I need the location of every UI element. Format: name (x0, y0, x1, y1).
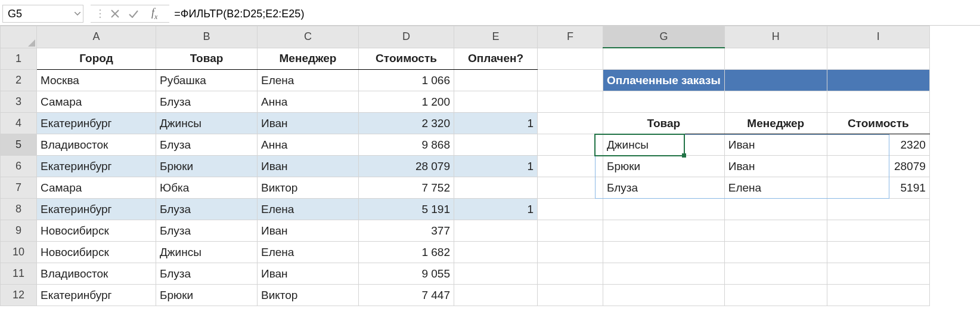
fx-icon[interactable]: fx (148, 7, 161, 21)
cell-D6[interactable]: 28 079 (359, 156, 454, 177)
cell-A2[interactable]: Москва (37, 70, 156, 91)
cell-H5[interactable]: Иван (724, 134, 827, 156)
select-all-corner[interactable] (1, 26, 37, 48)
col-header-B[interactable]: B (156, 26, 258, 48)
cell-C11[interactable]: Иван (258, 263, 359, 285)
cell-D8[interactable]: 5 191 (359, 199, 454, 220)
cell-G8[interactable] (603, 199, 725, 220)
cell-D4[interactable]: 2 320 (359, 113, 454, 134)
cell-G10[interactable] (603, 242, 725, 263)
cell-D12[interactable]: 7 447 (359, 285, 454, 306)
cell-C6[interactable]: Иван (258, 156, 359, 177)
cell-C8[interactable]: Елена (258, 199, 359, 220)
name-box-dropdown-icon[interactable] (75, 12, 83, 16)
formula-input[interactable] (169, 2, 980, 25)
cell-C10[interactable]: Елена (258, 242, 359, 263)
cell-C5[interactable]: Анна (258, 134, 359, 156)
cell-A10[interactable]: Новосибирск (37, 242, 156, 263)
cell-A8[interactable]: Екатеринбург (37, 199, 156, 220)
cell-C12[interactable]: Виктор (258, 285, 359, 306)
cell-E10[interactable] (454, 242, 538, 263)
cell-A1[interactable]: Город (37, 48, 156, 70)
col-header-H[interactable]: H (724, 26, 827, 48)
row-header-7[interactable]: 7 (1, 177, 37, 199)
cell-B1[interactable]: Товар (156, 48, 258, 70)
cell-H12[interactable] (724, 285, 827, 306)
cell-F2[interactable] (538, 70, 603, 91)
row-header-8[interactable]: 8 (1, 199, 37, 220)
cell-B4[interactable]: Джинсы (156, 113, 258, 134)
cell-E9[interactable] (454, 220, 538, 242)
cell-E1[interactable]: Оплачен? (454, 48, 538, 70)
col-header-A[interactable]: A (37, 26, 156, 48)
cell-B6[interactable]: Брюки (156, 156, 258, 177)
col-header-I[interactable]: I (827, 26, 929, 48)
name-box-input[interactable] (3, 8, 75, 20)
cell-H4[interactable]: Менеджер (724, 113, 827, 134)
cell-F3[interactable] (538, 91, 603, 113)
cell-F9[interactable] (538, 220, 603, 242)
cell-H3[interactable] (724, 91, 827, 113)
row-header-5[interactable]: 5 (1, 134, 37, 156)
cell-I12[interactable] (827, 285, 929, 306)
cell-E2[interactable] (454, 70, 538, 91)
cell-E5[interactable] (454, 134, 538, 156)
cell-F7[interactable] (538, 177, 603, 199)
cell-D3[interactable]: 1 200 (359, 91, 454, 113)
spreadsheet-grid[interactable]: ABCDEFGHI1ГородТоварМенеджерСтоимостьОпл… (0, 26, 980, 306)
cell-B9[interactable]: Блуза (156, 220, 258, 242)
cell-G6[interactable]: Брюки (603, 156, 725, 177)
cell-B3[interactable]: Блуза (156, 91, 258, 113)
cell-G4[interactable]: Товар (603, 113, 725, 134)
cell-I1[interactable] (827, 48, 929, 70)
col-header-D[interactable]: D (359, 26, 454, 48)
cell-I5[interactable]: 2320 (827, 134, 929, 156)
cell-G7[interactable]: Блуза (603, 177, 725, 199)
cell-D5[interactable]: 9 868 (359, 134, 454, 156)
cell-I8[interactable] (827, 199, 929, 220)
row-header-6[interactable]: 6 (1, 156, 37, 177)
cell-A7[interactable]: Самара (37, 177, 156, 199)
row-header-11[interactable]: 11 (1, 263, 37, 285)
cell-C3[interactable]: Анна (258, 91, 359, 113)
cell-I11[interactable] (827, 263, 929, 285)
cell-F8[interactable] (538, 199, 603, 220)
cell-H6[interactable]: Иван (724, 156, 827, 177)
cell-D10[interactable]: 1 682 (359, 242, 454, 263)
cell-I7[interactable]: 5191 (827, 177, 929, 199)
cell-A4[interactable]: Екатеринбург (37, 113, 156, 134)
cell-D1[interactable]: Стоимость (359, 48, 454, 70)
col-header-C[interactable]: C (258, 26, 359, 48)
col-header-G[interactable]: G (603, 26, 725, 48)
cell-E3[interactable] (454, 91, 538, 113)
cell-H1[interactable] (724, 48, 827, 70)
cell-A12[interactable]: Екатеринбург (37, 285, 156, 306)
cell-H2[interactable] (724, 70, 827, 91)
cancel-icon[interactable] (111, 10, 119, 18)
cell-E8[interactable]: 1 (454, 199, 538, 220)
cell-C1[interactable]: Менеджер (258, 48, 359, 70)
enter-icon[interactable] (129, 10, 138, 18)
row-header-10[interactable]: 10 (1, 242, 37, 263)
cell-I3[interactable] (827, 91, 929, 113)
cell-F11[interactable] (538, 263, 603, 285)
cell-A6[interactable]: Екатеринбург (37, 156, 156, 177)
cell-F12[interactable] (538, 285, 603, 306)
row-header-12[interactable]: 12 (1, 285, 37, 306)
cell-I6[interactable]: 28079 (827, 156, 929, 177)
cell-D2[interactable]: 1 066 (359, 70, 454, 91)
cell-F6[interactable] (538, 156, 603, 177)
cell-C7[interactable]: Виктор (258, 177, 359, 199)
cell-E12[interactable] (454, 285, 538, 306)
cell-G11[interactable] (603, 263, 725, 285)
cell-E11[interactable] (454, 263, 538, 285)
cell-D11[interactable]: 9 055 (359, 263, 454, 285)
cell-D7[interactable]: 7 752 (359, 177, 454, 199)
col-header-E[interactable]: E (454, 26, 538, 48)
cell-B2[interactable]: Рубашка (156, 70, 258, 91)
cell-B8[interactable]: Блуза (156, 199, 258, 220)
cell-G3[interactable] (603, 91, 725, 113)
row-header-1[interactable]: 1 (1, 48, 37, 70)
cell-C4[interactable]: Иван (258, 113, 359, 134)
cell-I9[interactable] (827, 220, 929, 242)
